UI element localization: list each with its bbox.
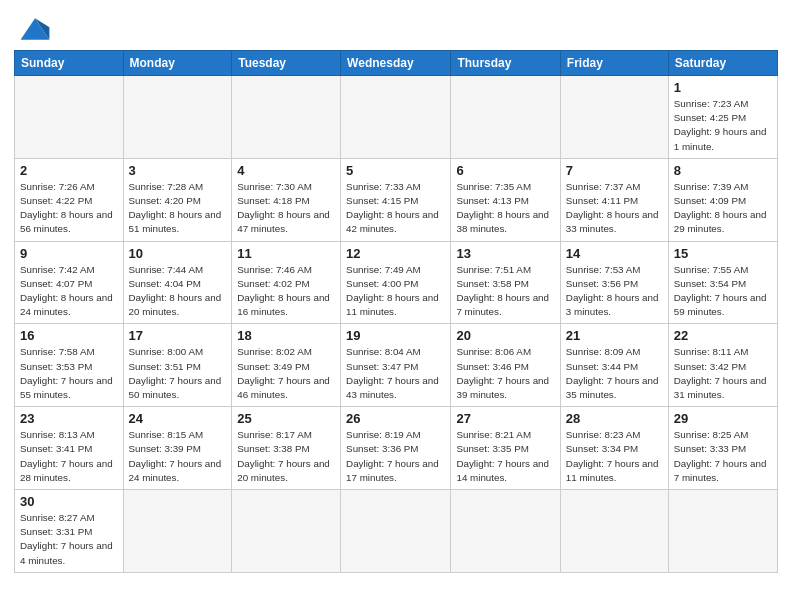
day-number: 14 — [566, 246, 663, 261]
day-number: 17 — [129, 328, 227, 343]
week-row-3: 9Sunrise: 7:42 AM Sunset: 4:07 PM Daylig… — [15, 241, 778, 324]
day-cell: 28Sunrise: 8:23 AM Sunset: 3:34 PM Dayli… — [560, 407, 668, 490]
day-info: Sunrise: 7:26 AM Sunset: 4:22 PM Dayligh… — [20, 180, 118, 237]
week-row-6: 30Sunrise: 8:27 AM Sunset: 3:31 PM Dayli… — [15, 490, 778, 573]
day-info: Sunrise: 8:06 AM Sunset: 3:46 PM Dayligh… — [456, 345, 554, 402]
day-info: Sunrise: 7:35 AM Sunset: 4:13 PM Dayligh… — [456, 180, 554, 237]
day-number: 1 — [674, 80, 772, 95]
day-cell: 20Sunrise: 8:06 AM Sunset: 3:46 PM Dayli… — [451, 324, 560, 407]
day-info: Sunrise: 8:02 AM Sunset: 3:49 PM Dayligh… — [237, 345, 335, 402]
day-cell: 29Sunrise: 8:25 AM Sunset: 3:33 PM Dayli… — [668, 407, 777, 490]
day-cell: 19Sunrise: 8:04 AM Sunset: 3:47 PM Dayli… — [341, 324, 451, 407]
day-number: 15 — [674, 246, 772, 261]
day-number: 23 — [20, 411, 118, 426]
day-number: 7 — [566, 163, 663, 178]
day-cell: 16Sunrise: 7:58 AM Sunset: 3:53 PM Dayli… — [15, 324, 124, 407]
day-number: 20 — [456, 328, 554, 343]
week-row-1: 1Sunrise: 7:23 AM Sunset: 4:25 PM Daylig… — [15, 76, 778, 159]
day-cell: 10Sunrise: 7:44 AM Sunset: 4:04 PM Dayli… — [123, 241, 232, 324]
day-info: Sunrise: 8:27 AM Sunset: 3:31 PM Dayligh… — [20, 511, 118, 568]
weekday-header-thursday: Thursday — [451, 51, 560, 76]
day-number: 27 — [456, 411, 554, 426]
weekday-header-wednesday: Wednesday — [341, 51, 451, 76]
day-info: Sunrise: 7:37 AM Sunset: 4:11 PM Dayligh… — [566, 180, 663, 237]
day-number: 8 — [674, 163, 772, 178]
day-cell: 27Sunrise: 8:21 AM Sunset: 3:35 PM Dayli… — [451, 407, 560, 490]
day-number: 16 — [20, 328, 118, 343]
weekday-header-saturday: Saturday — [668, 51, 777, 76]
day-cell: 11Sunrise: 7:46 AM Sunset: 4:02 PM Dayli… — [232, 241, 341, 324]
day-cell — [668, 490, 777, 573]
day-cell: 14Sunrise: 7:53 AM Sunset: 3:56 PM Dayli… — [560, 241, 668, 324]
day-info: Sunrise: 7:44 AM Sunset: 4:04 PM Dayligh… — [129, 263, 227, 320]
day-cell: 18Sunrise: 8:02 AM Sunset: 3:49 PM Dayli… — [232, 324, 341, 407]
day-number: 28 — [566, 411, 663, 426]
day-info: Sunrise: 7:51 AM Sunset: 3:58 PM Dayligh… — [456, 263, 554, 320]
day-cell: 1Sunrise: 7:23 AM Sunset: 4:25 PM Daylig… — [668, 76, 777, 159]
day-number: 21 — [566, 328, 663, 343]
day-cell — [560, 76, 668, 159]
day-cell: 6Sunrise: 7:35 AM Sunset: 4:13 PM Daylig… — [451, 158, 560, 241]
weekday-header-tuesday: Tuesday — [232, 51, 341, 76]
page: SundayMondayTuesdayWednesdayThursdayFrid… — [0, 0, 792, 612]
day-info: Sunrise: 8:19 AM Sunset: 3:36 PM Dayligh… — [346, 428, 445, 485]
day-info: Sunrise: 8:00 AM Sunset: 3:51 PM Dayligh… — [129, 345, 227, 402]
day-number: 19 — [346, 328, 445, 343]
day-number: 12 — [346, 246, 445, 261]
day-info: Sunrise: 7:30 AM Sunset: 4:18 PM Dayligh… — [237, 180, 335, 237]
header — [14, 10, 778, 44]
day-cell — [232, 490, 341, 573]
day-cell: 22Sunrise: 8:11 AM Sunset: 3:42 PM Dayli… — [668, 324, 777, 407]
day-number: 18 — [237, 328, 335, 343]
day-info: Sunrise: 8:15 AM Sunset: 3:39 PM Dayligh… — [129, 428, 227, 485]
day-info: Sunrise: 8:17 AM Sunset: 3:38 PM Dayligh… — [237, 428, 335, 485]
day-cell: 5Sunrise: 7:33 AM Sunset: 4:15 PM Daylig… — [341, 158, 451, 241]
day-cell: 24Sunrise: 8:15 AM Sunset: 3:39 PM Dayli… — [123, 407, 232, 490]
day-info: Sunrise: 8:11 AM Sunset: 3:42 PM Dayligh… — [674, 345, 772, 402]
day-number: 22 — [674, 328, 772, 343]
week-row-5: 23Sunrise: 8:13 AM Sunset: 3:41 PM Dayli… — [15, 407, 778, 490]
day-cell — [341, 490, 451, 573]
day-cell: 23Sunrise: 8:13 AM Sunset: 3:41 PM Dayli… — [15, 407, 124, 490]
day-info: Sunrise: 7:28 AM Sunset: 4:20 PM Dayligh… — [129, 180, 227, 237]
day-info: Sunrise: 8:21 AM Sunset: 3:35 PM Dayligh… — [456, 428, 554, 485]
day-number: 29 — [674, 411, 772, 426]
day-cell: 7Sunrise: 7:37 AM Sunset: 4:11 PM Daylig… — [560, 158, 668, 241]
day-number: 5 — [346, 163, 445, 178]
day-cell: 8Sunrise: 7:39 AM Sunset: 4:09 PM Daylig… — [668, 158, 777, 241]
day-number: 4 — [237, 163, 335, 178]
week-row-4: 16Sunrise: 7:58 AM Sunset: 3:53 PM Dayli… — [15, 324, 778, 407]
day-number: 13 — [456, 246, 554, 261]
day-number: 2 — [20, 163, 118, 178]
day-info: Sunrise: 8:13 AM Sunset: 3:41 PM Dayligh… — [20, 428, 118, 485]
day-cell — [123, 76, 232, 159]
day-cell: 3Sunrise: 7:28 AM Sunset: 4:20 PM Daylig… — [123, 158, 232, 241]
day-cell: 4Sunrise: 7:30 AM Sunset: 4:18 PM Daylig… — [232, 158, 341, 241]
day-number: 26 — [346, 411, 445, 426]
day-info: Sunrise: 7:46 AM Sunset: 4:02 PM Dayligh… — [237, 263, 335, 320]
day-cell — [15, 76, 124, 159]
day-cell: 9Sunrise: 7:42 AM Sunset: 4:07 PM Daylig… — [15, 241, 124, 324]
day-cell — [451, 76, 560, 159]
day-info: Sunrise: 8:23 AM Sunset: 3:34 PM Dayligh… — [566, 428, 663, 485]
day-cell — [123, 490, 232, 573]
day-info: Sunrise: 7:23 AM Sunset: 4:25 PM Dayligh… — [674, 97, 772, 154]
day-cell: 30Sunrise: 8:27 AM Sunset: 3:31 PM Dayli… — [15, 490, 124, 573]
day-number: 9 — [20, 246, 118, 261]
day-number: 30 — [20, 494, 118, 509]
day-info: Sunrise: 7:58 AM Sunset: 3:53 PM Dayligh… — [20, 345, 118, 402]
day-cell: 25Sunrise: 8:17 AM Sunset: 3:38 PM Dayli… — [232, 407, 341, 490]
weekday-header-friday: Friday — [560, 51, 668, 76]
day-cell: 12Sunrise: 7:49 AM Sunset: 4:00 PM Dayli… — [341, 241, 451, 324]
day-number: 3 — [129, 163, 227, 178]
day-info: Sunrise: 7:39 AM Sunset: 4:09 PM Dayligh… — [674, 180, 772, 237]
weekday-header-sunday: Sunday — [15, 51, 124, 76]
logo-icon — [17, 14, 53, 44]
day-cell — [232, 76, 341, 159]
day-info: Sunrise: 7:42 AM Sunset: 4:07 PM Dayligh… — [20, 263, 118, 320]
logo — [14, 14, 53, 44]
weekday-header-row: SundayMondayTuesdayWednesdayThursdayFrid… — [15, 51, 778, 76]
day-cell — [560, 490, 668, 573]
day-cell: 26Sunrise: 8:19 AM Sunset: 3:36 PM Dayli… — [341, 407, 451, 490]
calendar-table: SundayMondayTuesdayWednesdayThursdayFrid… — [14, 50, 778, 573]
